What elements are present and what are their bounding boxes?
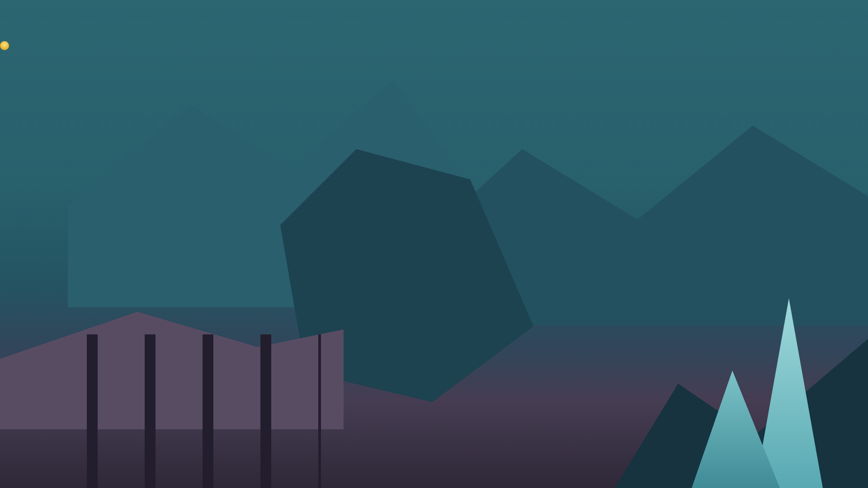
health-icon [0,471,9,480]
storage-icon [0,395,9,404]
app-root: MELVOR IDLE THRONE OF THE HERALD EXPANSI… [0,0,868,488]
edu-icon [0,446,9,455]
coin-icon [0,41,9,50]
happy-icon [0,420,9,429]
person-icon [0,370,9,379]
house-icon [0,344,9,353]
background-art [0,0,868,488]
